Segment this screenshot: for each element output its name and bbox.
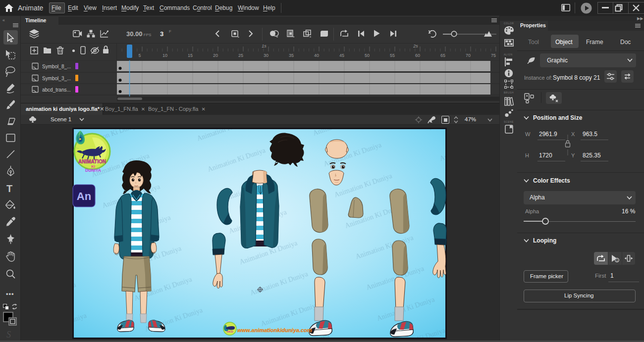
svg-text:5: 5: [138, 53, 141, 58]
svg-text:ANIMATION: ANIMATION: [78, 159, 106, 164]
svg-text:10: 10: [162, 53, 167, 58]
svg-text:60: 60: [415, 53, 420, 58]
svg-text:70: 70: [466, 53, 471, 58]
svg-text:75: 75: [491, 53, 496, 58]
svg-text:Symbol_3_...: Symbol_3_...: [42, 76, 71, 81]
svg-text:Symbol_8_...: Symbol_8_...: [42, 64, 71, 69]
svg-text:65: 65: [440, 53, 445, 58]
svg-text:DUNIYA: DUNIYA: [85, 168, 101, 173]
svg-text:15: 15: [188, 53, 193, 58]
svg-text:2s: 2s: [413, 44, 418, 49]
svg-text:25: 25: [238, 53, 243, 58]
svg-text:www.animationkiduniya.com: www.animationkiduniya.com: [237, 327, 312, 333]
svg-text:1s: 1s: [262, 44, 267, 49]
svg-text:50: 50: [365, 53, 370, 58]
svg-text:30: 30: [264, 53, 268, 58]
svg-text:20: 20: [213, 53, 218, 58]
svg-text:55: 55: [390, 53, 395, 58]
svg-text:40: 40: [314, 53, 319, 58]
svg-text:45: 45: [339, 53, 344, 58]
svg-text:35: 35: [289, 53, 294, 58]
svg-text:1: 1: [616, 258, 618, 262]
svg-text:An: An: [77, 190, 91, 202]
svg-text:abcd_trans...: abcd_trans...: [42, 87, 71, 93]
svg-text:AKD: AKD: [227, 330, 234, 333]
